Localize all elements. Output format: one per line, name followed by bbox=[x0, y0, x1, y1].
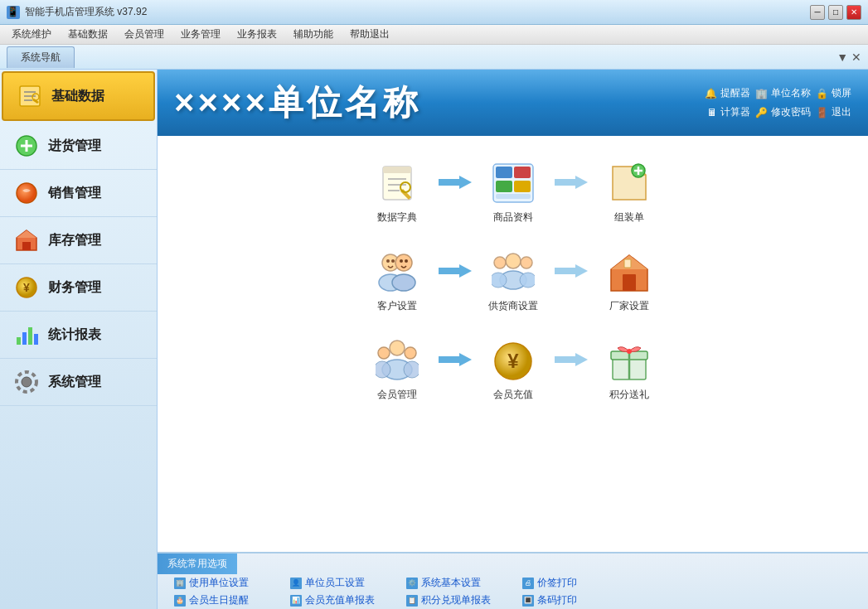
finance-icon: ¥ bbox=[13, 274, 40, 301]
svg-marker-11 bbox=[17, 230, 36, 238]
sidebar-item-system[interactable]: 系统管理 bbox=[0, 359, 157, 406]
svg-text:¥: ¥ bbox=[23, 281, 30, 294]
svg-rect-31 bbox=[514, 181, 531, 192]
unit-name-button[interactable]: 🏢 单位名称 bbox=[755, 86, 811, 100]
basic-setup-icon: ⚙️ bbox=[406, 578, 418, 589]
inventory-icon bbox=[13, 227, 40, 254]
svg-rect-21 bbox=[383, 167, 411, 173]
change-pwd-icon: 🔑 bbox=[755, 107, 768, 118]
maximize-button[interactable]: □ bbox=[828, 5, 843, 20]
inventory-label: 库存管理 bbox=[48, 232, 101, 249]
arrow-1-2 bbox=[555, 174, 588, 211]
menu-member[interactable]: 会员管理 bbox=[116, 26, 172, 43]
close-button[interactable]: ✕ bbox=[846, 5, 861, 20]
reminder-icon: 🔔 bbox=[705, 88, 717, 99]
member-mgmt-label: 会员管理 bbox=[377, 388, 417, 402]
member-mgmt-icon-item[interactable]: 会员管理 bbox=[364, 338, 430, 402]
sidebar-item-statistics[interactable]: 统计报表 bbox=[0, 312, 157, 359]
menu-auxiliary[interactable]: 辅助功能 bbox=[285, 26, 342, 43]
menu-help[interactable]: 帮助退出 bbox=[342, 26, 398, 43]
menu-business[interactable]: 业务管理 bbox=[172, 26, 229, 43]
reminder-button[interactable]: 🔔 提醒器 bbox=[705, 86, 750, 100]
calculator-button[interactable]: 🖩 计算器 bbox=[707, 105, 750, 119]
quick-links-row2: 🎂 会员生日提醒 📊 会员充值单报表 📋 积分兑现单报表 🔳 条码打印 bbox=[158, 592, 868, 609]
svg-point-62 bbox=[404, 361, 419, 378]
header-title: ××××单位名称 bbox=[174, 80, 421, 126]
assembly-icon-item[interactable]: 组装单 bbox=[596, 161, 662, 225]
logout-icon: 🚪 bbox=[816, 107, 828, 118]
nav-close-icon[interactable]: ✕ bbox=[851, 51, 861, 64]
sidebar-item-purchase[interactable]: 进货管理 bbox=[0, 123, 157, 170]
quick-link-basic-setup[interactable]: ⚙️ 系统基本设置 bbox=[406, 576, 506, 590]
header-buttons: 🔔 提醒器 🏢 单位名称 🔒 锁屏 🖩 计算器 🔑 修改密码 bbox=[669, 86, 851, 119]
lock-button[interactable]: 🔒 锁屏 bbox=[816, 86, 851, 100]
points-gift-icon-item[interactable]: 积分送礼 bbox=[596, 338, 662, 402]
change-pwd-button[interactable]: 🔑 修改密码 bbox=[755, 105, 811, 119]
svg-rect-29 bbox=[514, 167, 531, 178]
factory-setup-icon bbox=[607, 249, 652, 294]
quick-link-unit-setup[interactable]: 🏢 使用单位设置 bbox=[174, 576, 274, 590]
icon-row-2: 客户设置 bbox=[216, 249, 810, 313]
supplier-setup-icon bbox=[491, 249, 536, 294]
icon-row-3: 会员管理 ¥ bbox=[216, 338, 810, 402]
quick-panel: 系统常用选项 🏢 使用单位设置 👤 单位员工设置 ⚙️ 系统基本设置 🖨 价签打… bbox=[158, 552, 868, 609]
price-print-icon: 🖨 bbox=[522, 578, 534, 589]
quick-link-birthday[interactable]: 🎂 会员生日提醒 bbox=[174, 593, 274, 607]
points-gift-label: 积分送礼 bbox=[609, 388, 649, 402]
sidebar-item-basic-data[interactable]: 基础数据 bbox=[2, 71, 155, 121]
calculator-icon: 🖩 bbox=[707, 107, 717, 118]
product-info-label: 商品资料 bbox=[493, 210, 533, 225]
title-bar: 📱 智能手机店管理系统 v37.92 ─ □ ✕ bbox=[0, 0, 868, 25]
svg-point-39 bbox=[395, 254, 412, 271]
svg-point-41 bbox=[386, 259, 390, 263]
quick-link-recharge-report[interactable]: 📊 会员充值单报表 bbox=[290, 593, 390, 607]
svg-point-70 bbox=[627, 349, 632, 354]
quick-link-barcode-print[interactable]: 🔳 条码打印 bbox=[522, 593, 622, 607]
supplier-setup-icon-item[interactable]: 供货商设置 bbox=[480, 249, 546, 313]
quick-link-employee-setup[interactable]: 👤 单位员工设置 bbox=[290, 576, 390, 590]
svg-point-51 bbox=[520, 273, 535, 288]
nav-tab-system[interactable]: 系统导航 bbox=[7, 46, 75, 68]
sidebar-item-finance[interactable]: ¥ 财务管理 bbox=[0, 264, 157, 312]
arrow-1-1 bbox=[439, 174, 472, 211]
unit-setup-icon: 🏢 bbox=[174, 578, 186, 589]
nav-bar: 系统导航 ▼ ✕ bbox=[0, 45, 868, 70]
svg-point-61 bbox=[376, 361, 390, 378]
menu-basic[interactable]: 基础数据 bbox=[60, 26, 116, 43]
svg-point-48 bbox=[494, 257, 506, 268]
customer-setup-label: 客户设置 bbox=[377, 299, 417, 313]
assembly-icon bbox=[607, 161, 652, 205]
data-dict-icon bbox=[375, 161, 419, 205]
svg-point-50 bbox=[521, 257, 532, 268]
product-info-icon-item[interactable]: 商品资料 bbox=[480, 161, 546, 225]
employee-setup-icon: 👤 bbox=[290, 578, 302, 589]
points-report-icon: 📋 bbox=[406, 595, 418, 607]
logout-button[interactable]: 🚪 退出 bbox=[816, 105, 851, 119]
menu-report[interactable]: 业务报表 bbox=[229, 26, 285, 43]
nav-dropdown-icon[interactable]: ▼ bbox=[836, 51, 848, 64]
customer-setup-icon-item[interactable]: 客户设置 bbox=[364, 249, 430, 313]
title-bar-left: 📱 智能手机店管理系统 v37.92 bbox=[7, 5, 147, 19]
menu-system[interactable]: 系统维护 bbox=[3, 26, 60, 43]
svg-point-40 bbox=[392, 274, 415, 291]
member-recharge-icon: ¥ bbox=[491, 338, 536, 383]
quick-link-price-print[interactable]: 🖨 价签打印 bbox=[522, 576, 622, 590]
svg-rect-56 bbox=[624, 259, 631, 268]
arrow-2-2 bbox=[555, 263, 588, 300]
sidebar-item-inventory[interactable]: 库存管理 bbox=[0, 217, 157, 264]
system-label: 系统管理 bbox=[48, 374, 101, 391]
data-dict-icon-item[interactable]: 数据字典 bbox=[364, 161, 430, 225]
svg-point-44 bbox=[405, 259, 408, 263]
sidebar-item-sales[interactable]: 销售管理 bbox=[0, 170, 157, 217]
svg-rect-30 bbox=[496, 181, 512, 192]
member-recharge-icon-item[interactable]: ¥ 会员充值 bbox=[480, 338, 546, 402]
icons-section: 数据字典 bbox=[182, 152, 843, 435]
quick-link-points-report[interactable]: 📋 积分兑现单报表 bbox=[406, 593, 506, 607]
minimize-button[interactable]: ─ bbox=[810, 5, 825, 20]
factory-setup-icon-item[interactable]: 厂家设置 bbox=[596, 249, 662, 313]
arrow-3-2 bbox=[555, 351, 588, 389]
window-controls: ─ □ ✕ bbox=[810, 5, 861, 20]
svg-point-49 bbox=[492, 273, 507, 288]
statistics-label: 统计报表 bbox=[48, 326, 101, 344]
birthday-icon: 🎂 bbox=[174, 595, 186, 607]
